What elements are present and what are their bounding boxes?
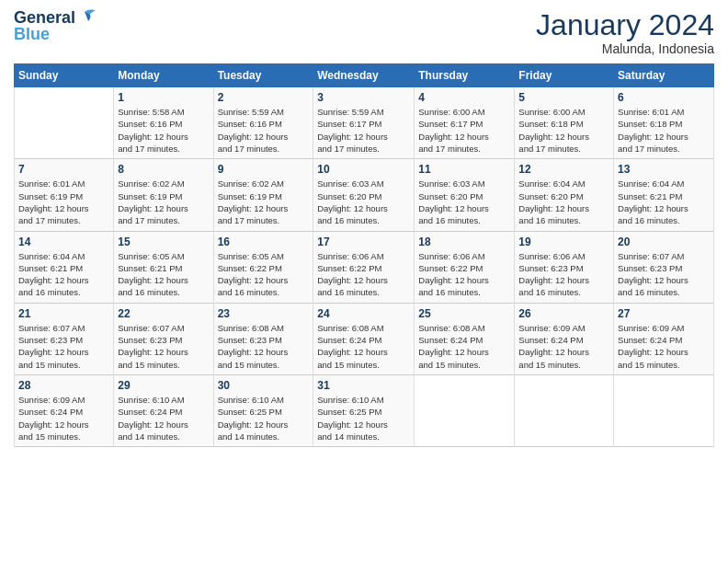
calendar-cell: 15Sunrise: 6:05 AMSunset: 6:21 PMDayligh… (114, 231, 213, 303)
day-number: 27 (618, 307, 710, 320)
calendar-cell: 14Sunrise: 6:04 AMSunset: 6:21 PMDayligh… (15, 231, 114, 303)
day-info: Sunrise: 6:04 AMSunset: 6:21 PMDaylight:… (618, 178, 710, 226)
day-info: Sunrise: 6:02 AMSunset: 6:19 PMDaylight:… (118, 178, 209, 226)
calendar-cell: 31Sunrise: 6:10 AMSunset: 6:25 PMDayligh… (313, 374, 415, 446)
calendar-cell: 22Sunrise: 6:07 AMSunset: 6:23 PMDayligh… (114, 303, 213, 374)
calendar-cell: 2Sunrise: 5:59 AMSunset: 6:16 PMDaylight… (213, 87, 313, 159)
calendar-cell: 21Sunrise: 6:07 AMSunset: 6:23 PMDayligh… (15, 303, 114, 374)
day-number: 5 (518, 91, 609, 104)
day-number: 10 (317, 163, 410, 176)
col-header-thursday: Thursday (415, 64, 515, 87)
calendar-table: SundayMondayTuesdayWednesdayThursdayFrid… (14, 63, 714, 447)
calendar-cell: 25Sunrise: 6:08 AMSunset: 6:24 PMDayligh… (415, 303, 515, 374)
day-info: Sunrise: 6:10 AMSunset: 6:25 PMDaylight:… (317, 394, 410, 442)
day-number: 19 (518, 236, 609, 248)
calendar-cell: 18Sunrise: 6:06 AMSunset: 6:22 PMDayligh… (415, 231, 515, 303)
calendar-cell (614, 374, 714, 446)
day-info: Sunrise: 6:09 AMSunset: 6:24 PMDaylight:… (618, 322, 710, 371)
day-number: 16 (218, 236, 310, 248)
day-info: Sunrise: 6:10 AMSunset: 6:24 PMDaylight:… (118, 394, 209, 442)
col-header-tuesday: Tuesday (213, 64, 313, 87)
day-number: 6 (618, 91, 710, 104)
calendar-cell: 26Sunrise: 6:09 AMSunset: 6:24 PMDayligh… (515, 303, 614, 374)
calendar-cell: 30Sunrise: 6:10 AMSunset: 6:25 PMDayligh… (213, 374, 313, 446)
calendar-cell: 19Sunrise: 6:06 AMSunset: 6:23 PMDayligh… (515, 231, 614, 303)
page-container: General Blue January 2024 Malunda, Indon… (0, 0, 728, 456)
day-number: 7 (18, 163, 109, 176)
day-number: 4 (418, 91, 510, 104)
calendar-cell: 5Sunrise: 6:00 AMSunset: 6:18 PMDaylight… (515, 87, 614, 159)
logo-text-blue: Blue (14, 26, 50, 44)
day-info: Sunrise: 5:58 AMSunset: 6:16 PMDaylight:… (118, 106, 209, 155)
day-number: 13 (618, 163, 710, 176)
day-number: 25 (418, 307, 510, 320)
col-header-monday: Monday (114, 64, 213, 87)
day-number: 15 (118, 236, 209, 248)
day-info: Sunrise: 6:03 AMSunset: 6:20 PMDaylight:… (317, 178, 410, 226)
col-header-sunday: Sunday (15, 64, 114, 87)
calendar-week-3: 14Sunrise: 6:04 AMSunset: 6:21 PMDayligh… (15, 231, 714, 303)
calendar-cell: 11Sunrise: 6:03 AMSunset: 6:20 PMDayligh… (415, 159, 515, 231)
title-block: January 2024 Malunda, Indonesia (536, 9, 714, 56)
calendar-cell: 23Sunrise: 6:08 AMSunset: 6:23 PMDayligh… (213, 303, 313, 374)
day-info: Sunrise: 6:02 AMSunset: 6:19 PMDaylight:… (218, 178, 310, 226)
calendar-cell: 29Sunrise: 6:10 AMSunset: 6:24 PMDayligh… (114, 374, 213, 446)
calendar-cell: 24Sunrise: 6:08 AMSunset: 6:24 PMDayligh… (313, 303, 415, 374)
day-info: Sunrise: 6:10 AMSunset: 6:25 PMDaylight:… (218, 394, 310, 442)
day-info: Sunrise: 6:05 AMSunset: 6:21 PMDaylight:… (118, 250, 209, 299)
day-number: 24 (317, 307, 410, 320)
day-number: 2 (218, 91, 310, 104)
calendar-cell: 10Sunrise: 6:03 AMSunset: 6:20 PMDayligh… (313, 159, 415, 231)
day-number: 3 (317, 91, 410, 104)
calendar-cell: 8Sunrise: 6:02 AMSunset: 6:19 PMDaylight… (114, 159, 213, 231)
calendar-cell: 28Sunrise: 6:09 AMSunset: 6:24 PMDayligh… (15, 374, 114, 446)
day-number: 26 (518, 307, 609, 320)
page-header: General Blue January 2024 Malunda, Indon… (14, 9, 714, 56)
calendar-cell (15, 87, 114, 159)
location: Malunda, Indonesia (536, 41, 714, 56)
calendar-week-1: 1Sunrise: 5:58 AMSunset: 6:16 PMDaylight… (15, 87, 714, 159)
day-info: Sunrise: 5:59 AMSunset: 6:17 PMDaylight:… (317, 106, 410, 155)
day-info: Sunrise: 6:07 AMSunset: 6:23 PMDaylight:… (18, 322, 109, 371)
logo: General Blue (14, 9, 97, 44)
calendar-cell (515, 374, 614, 446)
day-info: Sunrise: 6:06 AMSunset: 6:22 PMDaylight:… (317, 250, 410, 299)
calendar-cell: 3Sunrise: 5:59 AMSunset: 6:17 PMDaylight… (313, 87, 415, 159)
day-info: Sunrise: 6:01 AMSunset: 6:19 PMDaylight:… (18, 178, 109, 226)
calendar-week-4: 21Sunrise: 6:07 AMSunset: 6:23 PMDayligh… (15, 303, 714, 374)
day-info: Sunrise: 6:01 AMSunset: 6:18 PMDaylight:… (618, 106, 710, 155)
day-info: Sunrise: 6:06 AMSunset: 6:23 PMDaylight:… (518, 250, 609, 299)
logo-bird-icon (77, 8, 97, 25)
day-number: 8 (118, 163, 209, 176)
day-number: 9 (218, 163, 310, 176)
calendar-cell (415, 374, 515, 446)
month-title: January 2024 (536, 9, 714, 41)
day-number: 20 (618, 236, 710, 248)
day-info: Sunrise: 6:08 AMSunset: 6:24 PMDaylight:… (317, 322, 410, 371)
day-number: 23 (218, 307, 310, 320)
calendar-cell: 12Sunrise: 6:04 AMSunset: 6:20 PMDayligh… (515, 159, 614, 231)
day-number: 21 (18, 307, 109, 320)
day-number: 31 (317, 379, 410, 392)
calendar-cell: 27Sunrise: 6:09 AMSunset: 6:24 PMDayligh… (614, 303, 714, 374)
day-info: Sunrise: 6:08 AMSunset: 6:23 PMDaylight:… (218, 322, 310, 371)
day-info: Sunrise: 5:59 AMSunset: 6:16 PMDaylight:… (218, 106, 310, 155)
day-info: Sunrise: 6:09 AMSunset: 6:24 PMDaylight:… (18, 394, 109, 442)
day-info: Sunrise: 6:04 AMSunset: 6:20 PMDaylight:… (518, 178, 609, 226)
day-number: 14 (18, 236, 109, 248)
col-header-friday: Friday (515, 64, 614, 87)
calendar-cell: 17Sunrise: 6:06 AMSunset: 6:22 PMDayligh… (313, 231, 415, 303)
day-info: Sunrise: 6:07 AMSunset: 6:23 PMDaylight:… (118, 322, 209, 371)
day-info: Sunrise: 6:00 AMSunset: 6:17 PMDaylight:… (418, 106, 510, 155)
calendar-cell: 13Sunrise: 6:04 AMSunset: 6:21 PMDayligh… (614, 159, 714, 231)
calendar-cell: 7Sunrise: 6:01 AMSunset: 6:19 PMDaylight… (15, 159, 114, 231)
day-info: Sunrise: 6:04 AMSunset: 6:21 PMDaylight:… (18, 250, 109, 299)
day-info: Sunrise: 6:06 AMSunset: 6:22 PMDaylight:… (418, 250, 510, 299)
calendar-cell: 6Sunrise: 6:01 AMSunset: 6:18 PMDaylight… (614, 87, 714, 159)
calendar-week-5: 28Sunrise: 6:09 AMSunset: 6:24 PMDayligh… (15, 374, 714, 446)
col-header-saturday: Saturday (614, 64, 714, 87)
day-info: Sunrise: 6:05 AMSunset: 6:22 PMDaylight:… (218, 250, 310, 299)
day-number: 1 (118, 91, 209, 104)
calendar-cell: 4Sunrise: 6:00 AMSunset: 6:17 PMDaylight… (415, 87, 515, 159)
day-info: Sunrise: 6:07 AMSunset: 6:23 PMDaylight:… (618, 250, 710, 299)
